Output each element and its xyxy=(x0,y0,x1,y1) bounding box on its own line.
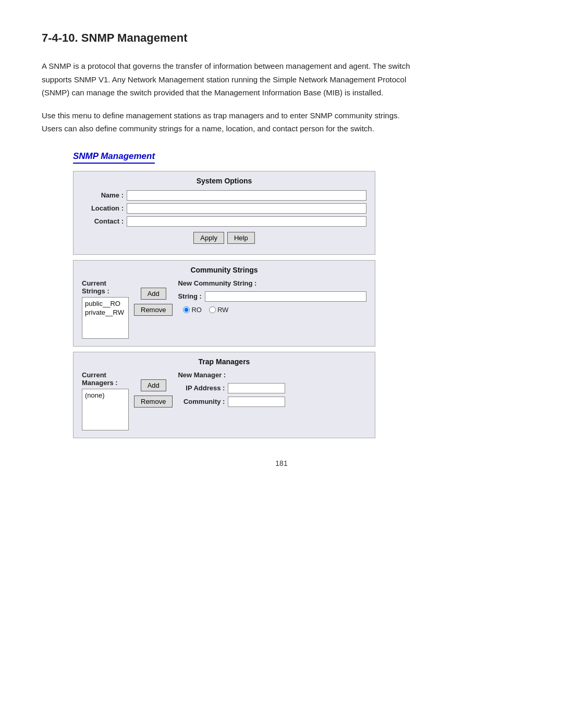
current-strings-col: CurrentStrings : public__RO private__RW xyxy=(82,279,129,339)
contact-row: Contact : xyxy=(82,216,366,227)
new-community-col: New Community String : String : RO RW xyxy=(178,279,366,339)
snmp-management-heading: SNMP Management xyxy=(73,151,155,164)
description-para-1: A SNMP is a protocol that governs the tr… xyxy=(42,59,417,100)
current-strings-list[interactable]: public__RO private__RW xyxy=(82,297,129,339)
ui-container: SNMP Management System Options Name : Lo… xyxy=(73,151,375,438)
trap-add-remove-col: Add Remove xyxy=(134,371,173,430)
community-add-remove-col: Add Remove xyxy=(134,279,173,339)
community-strings-title: Community Strings xyxy=(82,266,366,274)
trap-add-button[interactable]: Add xyxy=(141,379,166,391)
name-label: Name : xyxy=(82,191,124,199)
trap-managers-box: Trap Managers CurrentManagers : (none) A… xyxy=(73,352,375,438)
current-managers-label: CurrentManagers : xyxy=(82,371,118,387)
system-options-title: System Options xyxy=(82,177,366,185)
rw-label: RW xyxy=(217,306,228,314)
system-options-box: System Options Name : Location : Contact… xyxy=(73,171,375,255)
rw-option: RW xyxy=(209,306,228,314)
string-label: String : xyxy=(178,292,202,300)
system-options-buttons: Apply Help xyxy=(82,232,366,244)
list-item: public__RO xyxy=(84,299,127,308)
rw-radio[interactable] xyxy=(209,306,216,313)
ro-radio[interactable] xyxy=(183,306,190,313)
name-input[interactable] xyxy=(127,190,366,201)
location-row: Location : xyxy=(82,203,366,214)
string-input[interactable] xyxy=(205,291,366,302)
trap-remove-button[interactable]: Remove xyxy=(134,396,173,408)
current-strings-label: CurrentStrings : xyxy=(82,279,109,295)
new-community-title: New Community String : xyxy=(178,279,366,287)
ro-option: RO xyxy=(183,306,202,314)
ip-label: IP Address : xyxy=(178,384,225,392)
description-para-2: Use this menu to define management stati… xyxy=(42,109,417,135)
page-number: 181 xyxy=(42,459,521,467)
string-row: String : xyxy=(178,291,366,302)
new-manager-title: New Manager : xyxy=(178,371,366,379)
list-item: private__RW xyxy=(84,308,127,317)
location-input[interactable] xyxy=(127,203,366,214)
trap-managers-title: Trap Managers xyxy=(82,357,366,366)
community-label: Community : xyxy=(178,398,225,405)
list-item: (none) xyxy=(84,391,127,400)
description-section: A SNMP is a protocol that governs the tr… xyxy=(42,59,417,135)
ip-address-input[interactable] xyxy=(228,383,285,393)
ro-label: RO xyxy=(191,306,202,314)
community-input[interactable] xyxy=(228,397,285,407)
contact-input[interactable] xyxy=(127,216,366,227)
trap-managers-inner: CurrentManagers : (none) Add Remove New … xyxy=(82,371,366,430)
current-managers-col: CurrentManagers : (none) xyxy=(82,371,129,430)
location-label: Location : xyxy=(82,204,124,212)
community-strings-box: Community Strings CurrentStrings : publi… xyxy=(73,260,375,347)
current-managers-list[interactable]: (none) xyxy=(82,389,129,430)
help-button[interactable]: Help xyxy=(227,232,255,244)
apply-button[interactable]: Apply xyxy=(193,232,224,244)
community-strings-inner: CurrentStrings : public__RO private__RW … xyxy=(82,279,366,339)
name-row: Name : xyxy=(82,190,366,201)
community-row: Community : xyxy=(178,397,366,407)
radio-row: RO RW xyxy=(178,306,366,314)
community-add-button[interactable]: Add xyxy=(141,288,166,300)
community-remove-button[interactable]: Remove xyxy=(134,304,173,316)
page-title: 7-4-10. SNMP Management xyxy=(42,31,521,45)
contact-label: Contact : xyxy=(82,217,124,225)
new-manager-col: New Manager : IP Address : Community : xyxy=(178,371,366,430)
ip-address-row: IP Address : xyxy=(178,383,366,393)
